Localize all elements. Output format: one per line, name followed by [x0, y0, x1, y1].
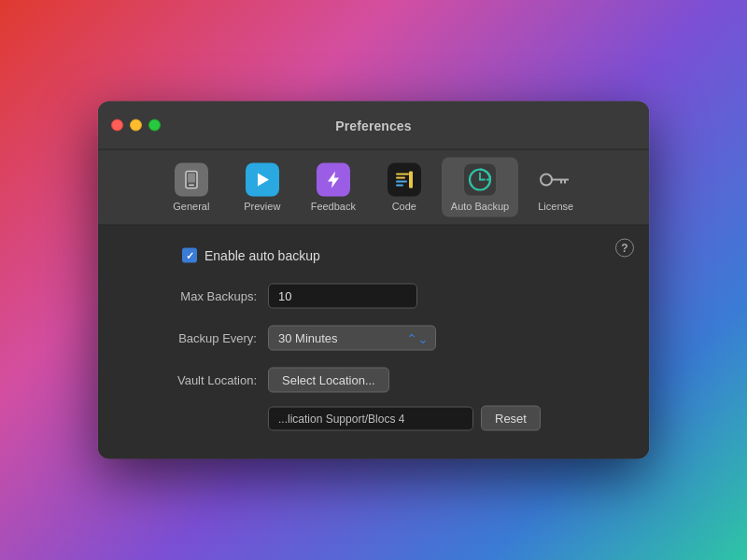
enable-backup-label[interactable]: Enable auto backup — [204, 248, 320, 263]
vault-location-row: Vault Location: Select Location... — [126, 368, 621, 393]
sidebar-item-code[interactable]: Code — [371, 158, 438, 217]
path-display: ...lication Support/Blocs 4 — [268, 406, 473, 430]
minimize-button[interactable] — [130, 119, 142, 132]
vault-location-label: Vault Location: — [126, 373, 257, 387]
select-location-button[interactable]: Select Location... — [268, 368, 389, 393]
max-backups-label: Max Backups: — [126, 289, 257, 303]
window-title: Preferences — [335, 118, 411, 133]
feedback-icon — [317, 163, 350, 197]
backup-every-select-wrapper: 5 Minutes 10 Minutes 15 Minutes 30 Minut… — [268, 326, 436, 351]
preview-label: Preview — [244, 201, 280, 212]
preview-icon — [246, 163, 279, 197]
svg-rect-8 — [396, 185, 403, 187]
sidebar-item-autobackup[interactable]: Auto Backup — [442, 158, 518, 217]
general-label: General — [173, 201, 209, 212]
svg-rect-5 — [396, 174, 409, 175]
sidebar-item-feedback[interactable]: Feedback — [300, 158, 367, 217]
svg-point-13 — [541, 175, 552, 186]
backup-every-label: Backup Every: — [126, 331, 257, 345]
help-button[interactable]: ? — [615, 239, 634, 258]
autobackup-label: Auto Backup — [451, 201, 509, 212]
toolbar: General Preview Feedback — [98, 150, 649, 226]
general-icon — [175, 163, 208, 197]
content-area: ? ✓ Enable auto backup Max Backups: Back… — [98, 226, 649, 459]
checkmark-icon: ✓ — [186, 249, 194, 261]
traffic-lights — [111, 119, 161, 132]
svg-rect-2 — [188, 174, 195, 183]
license-icon — [539, 163, 572, 197]
sidebar-item-license[interactable]: License — [522, 158, 589, 217]
max-backups-input[interactable] — [268, 284, 417, 309]
maximize-button[interactable] — [148, 119, 161, 132]
reset-button[interactable]: Reset — [481, 406, 541, 431]
license-label: License — [538, 201, 573, 212]
max-backups-row: Max Backups: — [126, 284, 621, 309]
close-button[interactable] — [111, 119, 123, 132]
enable-backup-checkbox[interactable]: ✓ — [182, 248, 197, 263]
code-icon — [388, 163, 421, 197]
svg-rect-6 — [396, 177, 405, 179]
svg-rect-7 — [396, 181, 407, 183]
svg-rect-9 — [409, 172, 413, 189]
path-row: ...lication Support/Blocs 4 Reset — [126, 406, 621, 431]
backup-every-row: Backup Every: 5 Minutes 10 Minutes 15 Mi… — [126, 326, 621, 351]
preferences-window: Preferences General Preview — [98, 102, 649, 459]
backup-icon — [463, 163, 497, 197]
enable-backup-row: ✓ Enable auto backup — [126, 248, 621, 263]
svg-marker-4 — [328, 172, 339, 189]
sidebar-item-general[interactable]: General — [158, 158, 225, 217]
titlebar: Preferences — [98, 102, 649, 150]
code-label: Code — [392, 201, 416, 212]
sidebar-item-preview[interactable]: Preview — [229, 158, 296, 217]
feedback-label: Feedback — [311, 201, 356, 212]
backup-every-select[interactable]: 5 Minutes 10 Minutes 15 Minutes 30 Minut… — [268, 326, 436, 351]
svg-rect-1 — [189, 185, 194, 187]
svg-marker-3 — [258, 174, 269, 187]
